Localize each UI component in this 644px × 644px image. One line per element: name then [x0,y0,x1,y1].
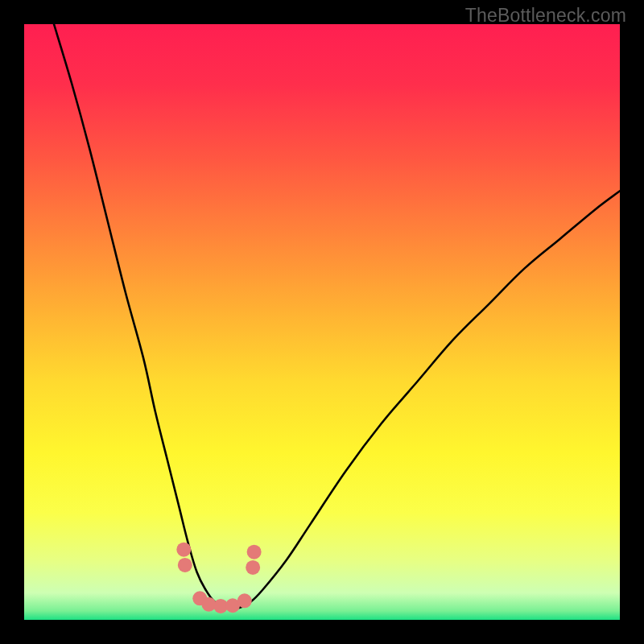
plot-area [24,24,620,620]
bottleneck-curve [54,24,620,609]
valley-dot [237,593,252,608]
valley-dot [178,558,192,572]
valley-dot [246,560,260,575]
curve-layer [24,24,620,620]
valley-markers [176,543,261,613]
chart-frame: TheBottleneck.com [0,0,644,644]
valley-dot [176,543,191,557]
valley-dot [247,545,262,559]
watermark-text: TheBottleneck.com [465,5,626,27]
